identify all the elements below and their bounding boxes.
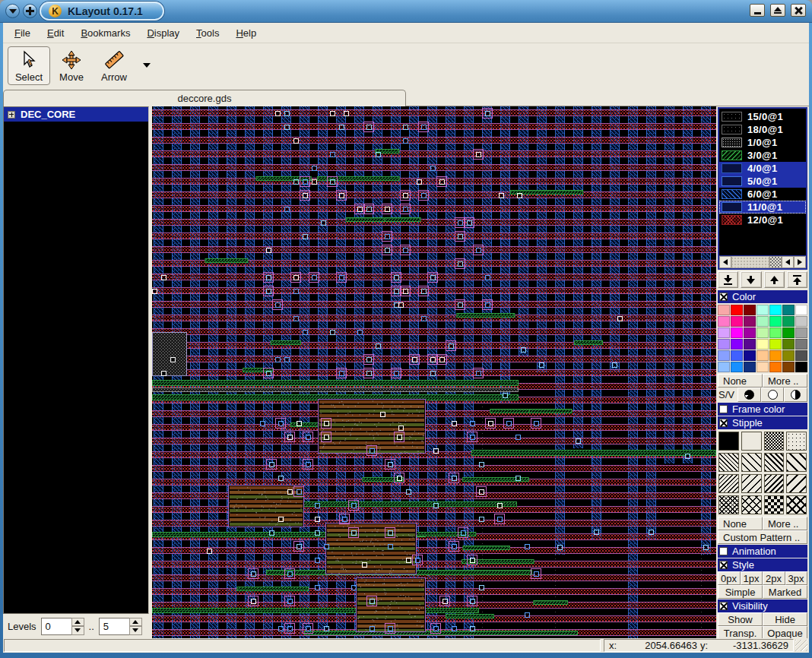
stipple-fslash-bold[interactable]: [764, 474, 785, 493]
layer-swatch[interactable]: [722, 138, 742, 147]
palette-color-20[interactable]: [795, 327, 807, 338]
layout-viewport[interactable]: [152, 106, 716, 638]
palette-color-39[interactable]: [769, 362, 782, 372]
palette-color-10[interactable]: [756, 316, 769, 327]
palette-color-6[interactable]: [795, 305, 807, 315]
scrollbar-thumb[interactable]: [769, 256, 782, 268]
move-layer-down-button[interactable]: [741, 271, 761, 288]
move-layer-bottom-button[interactable]: [718, 271, 738, 288]
custom-pattern-button[interactable]: Custom Pattern ..: [718, 530, 807, 544]
width-3px-button[interactable]: 3px: [785, 571, 808, 585]
layer-row-12-0-1[interactable]: 12/0@1: [719, 214, 806, 226]
color-section-header[interactable]: Color: [718, 290, 807, 303]
menu-item-tools[interactable]: Tools: [188, 24, 227, 42]
palette-color-28[interactable]: [718, 350, 730, 361]
frame-color-section-header[interactable]: Frame color: [718, 403, 807, 416]
stipple-more-button[interactable]: More ..: [763, 517, 807, 530]
stipple-fslash-wide[interactable]: [786, 474, 807, 493]
palette-color-11[interactable]: [769, 316, 782, 327]
close-button[interactable]: [791, 4, 806, 17]
stipple-cross[interactable]: [741, 495, 762, 514]
palette-color-9[interactable]: [744, 316, 756, 327]
window-sticky-button[interactable]: [23, 4, 37, 18]
frame-color-checkbox[interactable]: [719, 405, 728, 413]
stipple-checker[interactable]: [764, 495, 785, 514]
layer-swatch[interactable]: [722, 125, 742, 134]
palette-color-25[interactable]: [769, 339, 782, 350]
stipple-cross-fine[interactable]: [718, 495, 739, 514]
palette-color-40[interactable]: [782, 362, 795, 372]
stipple-solid[interactable]: [718, 432, 739, 451]
stipple-bslash-bold[interactable]: [764, 453, 785, 472]
visibility-checkbox[interactable]: [719, 602, 728, 610]
transp-button[interactable]: Transp.: [718, 626, 763, 638]
minimize-button[interactable]: [750, 4, 765, 17]
toolbar-dropdown-icon[interactable]: [143, 63, 151, 68]
width-1px-button[interactable]: 1px: [741, 571, 763, 585]
palette-color-0[interactable]: [718, 305, 730, 315]
layer-swatch[interactable]: [722, 112, 742, 122]
palette-color-24[interactable]: [756, 339, 769, 350]
stipple-empty[interactable]: [741, 432, 762, 451]
sv-half-button[interactable]: [784, 388, 807, 402]
window-shade-button[interactable]: [5, 4, 20, 18]
layer-row-6-0-1[interactable]: 6/0@1: [719, 188, 806, 201]
cell-tree-item-dec_core[interactable]: DEC_CORE: [4, 107, 148, 122]
resize-grip-icon[interactable]: [795, 640, 807, 651]
stipple-cross-bold[interactable]: [786, 495, 807, 514]
palette-color-36[interactable]: [731, 362, 743, 372]
palette-color-32[interactable]: [769, 350, 782, 361]
palette-color-1[interactable]: [731, 305, 743, 315]
stipple-checker-fine[interactable]: [764, 432, 785, 451]
menu-item-help[interactable]: Help: [227, 24, 265, 42]
layer-row-3-0-1[interactable]: 3/0@1: [719, 149, 806, 162]
layer-row-5-0-1[interactable]: 5/0@1: [719, 175, 806, 188]
palette-color-4[interactable]: [769, 305, 782, 315]
palette-color-27[interactable]: [795, 339, 807, 350]
palette-color-38[interactable]: [756, 362, 769, 372]
scroll-right-button[interactable]: [794, 256, 806, 268]
stipple-checkbox[interactable]: [719, 419, 728, 427]
layer-row-4-0-1[interactable]: 4/0@1: [719, 162, 806, 175]
stipple-bslash[interactable]: [741, 453, 762, 472]
sv-most-filled-button[interactable]: [737, 388, 761, 402]
animation-section-header[interactable]: Animation: [718, 545, 807, 558]
level-from-value[interactable]: 0: [41, 618, 71, 635]
scrollbar-track[interactable]: [731, 256, 769, 268]
opaque-button[interactable]: Opaque: [763, 626, 807, 638]
layer-list-scrollbar[interactable]: [719, 255, 806, 268]
palette-color-21[interactable]: [718, 339, 730, 350]
style-checkbox[interactable]: [719, 561, 728, 569]
width-2px-button[interactable]: 2px: [763, 571, 785, 585]
layer-swatch[interactable]: [722, 176, 742, 186]
palette-color-34[interactable]: [795, 350, 807, 361]
move-layer-up-button[interactable]: [764, 271, 785, 288]
sv-empty-button[interactable]: [761, 388, 785, 402]
show-button[interactable]: Show: [718, 612, 763, 626]
stipple-fslash-dense[interactable]: [718, 474, 739, 493]
stipple-section-header[interactable]: Stipple: [718, 416, 807, 429]
palette-color-5[interactable]: [782, 305, 795, 315]
palette-color-18[interactable]: [769, 327, 782, 338]
visibility-section-header[interactable]: Visibility: [718, 599, 807, 612]
palette-color-30[interactable]: [744, 350, 756, 361]
arrow-tool-button[interactable]: Arrow: [93, 46, 135, 85]
palette-color-17[interactable]: [756, 327, 769, 338]
maximize-button[interactable]: [770, 4, 785, 17]
menu-item-bookmarks[interactable]: Bookmarks: [72, 24, 138, 42]
level-from-up-button[interactable]: [71, 618, 84, 627]
color-more-button[interactable]: More ..: [763, 374, 807, 388]
palette-color-41[interactable]: [795, 362, 807, 372]
marked-button[interactable]: Marked: [763, 585, 807, 599]
palette-color-35[interactable]: [718, 362, 730, 372]
level-from-spinbox[interactable]: 0: [41, 618, 84, 635]
layer-row-11-0-1[interactable]: 11/0@1: [719, 201, 806, 214]
layer-row-18-0-1[interactable]: 18/0@1: [719, 123, 806, 136]
color-checkbox[interactable]: [719, 293, 728, 301]
palette-color-37[interactable]: [744, 362, 756, 372]
level-to-value[interactable]: 5: [99, 618, 129, 635]
layer-row-1-0-1[interactable]: 1/0@1: [719, 136, 806, 149]
move-tool-button[interactable]: Move: [50, 46, 93, 85]
stipple-fslash[interactable]: [741, 474, 762, 493]
select-tool-button[interactable]: Select: [8, 46, 50, 85]
